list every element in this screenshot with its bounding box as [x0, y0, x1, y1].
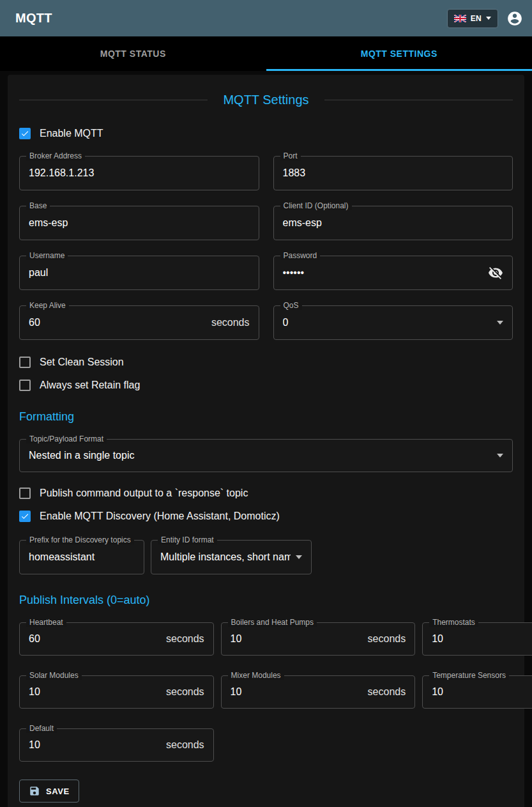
app-bar: MQTT EN	[0, 0, 532, 36]
field-suffix: seconds	[166, 686, 204, 698]
entity-id-format-select[interactable]: Entity ID format Multiple instances, sho…	[151, 540, 312, 574]
field-suffix: seconds	[166, 633, 204, 645]
tab-mqtt-settings[interactable]: MQTT SETTINGS	[266, 36, 532, 71]
toggle-password-visibility-button[interactable]	[488, 265, 503, 281]
checkbox-label: Publish command output to a `response` t…	[40, 488, 248, 499]
temperature-sensors-interval-field[interactable]: Temperature Sensors seconds	[422, 675, 532, 709]
client-id-field[interactable]: Client ID (Optional)	[273, 206, 513, 240]
mqtt-discovery-checkbox[interactable]: Enable MQTT Discovery (Home Assistant, D…	[19, 511, 513, 522]
connection-form: Broker Address Port Base Client ID (Opti…	[19, 156, 513, 340]
broker-address-input[interactable]	[29, 167, 250, 179]
entity-id-format-selected-value: Multiple instances, short name	[160, 551, 291, 563]
tab-mqtt-status[interactable]: MQTT STATUS	[0, 36, 266, 71]
checkbox-icon	[19, 128, 31, 139]
port-field[interactable]: Port	[273, 156, 513, 190]
solar-modules-interval-field[interactable]: Solar Modules seconds	[19, 675, 214, 709]
save-button[interactable]: SAVE	[19, 780, 79, 803]
check-icon	[20, 511, 29, 521]
checkbox-label: Enable MQTT	[40, 128, 103, 139]
heartbeat-interval-input[interactable]	[29, 633, 161, 645]
publish-intervals-grid: Heartbeat seconds Boilers and Heat Pumps…	[19, 622, 513, 762]
qos-selected-value: 0	[283, 317, 492, 328]
chevron-down-icon	[486, 17, 491, 20]
base-field[interactable]: Base	[19, 206, 259, 240]
temperature-sensors-interval-input[interactable]	[432, 686, 532, 698]
field-suffix: seconds	[211, 317, 250, 328]
field-label: Thermostats	[429, 619, 478, 627]
language-selector[interactable]: EN	[447, 9, 498, 28]
field-label: Entity ID format	[158, 536, 217, 544]
save-icon	[29, 785, 40, 797]
keep-alive-field[interactable]: Keep Alive seconds	[19, 305, 259, 340]
checkbox-icon	[19, 488, 31, 499]
username-input[interactable]	[29, 267, 250, 279]
field-label: Temperature Sensors	[429, 672, 509, 680]
dropdown-caret-icon	[497, 321, 503, 325]
checkbox-label: Always set Retain flag	[40, 380, 140, 391]
mixer-modules-interval-field[interactable]: Mixer Modules seconds	[221, 675, 416, 709]
visibility-off-icon	[488, 265, 503, 281]
broker-address-field[interactable]: Broker Address	[19, 156, 259, 190]
field-label: Boilers and Heat Pumps	[228, 619, 317, 627]
field-label: Broker Address	[26, 152, 85, 160]
divider-line	[324, 100, 513, 100]
password-field[interactable]: Password	[273, 256, 513, 290]
field-label: Password	[280, 252, 321, 260]
boilers-interval-field[interactable]: Boilers and Heat Pumps seconds	[221, 622, 416, 656]
solar-modules-interval-input[interactable]	[29, 686, 161, 698]
field-label: Port	[280, 152, 301, 160]
base-input[interactable]	[29, 217, 250, 229]
tab-bar: MQTT STATUS MQTT SETTINGS	[0, 36, 532, 71]
checkbox-label: Set Clean Session	[40, 357, 124, 368]
publish-response-checkbox[interactable]: Publish command output to a `response` t…	[19, 488, 513, 499]
field-suffix: seconds	[166, 739, 204, 751]
mixer-modules-interval-input[interactable]	[231, 686, 363, 698]
account-circle-icon	[506, 10, 523, 27]
field-suffix: seconds	[368, 686, 406, 698]
language-label: EN	[471, 14, 482, 23]
field-label: QoS	[280, 302, 302, 310]
field-label: Mixer Modules	[228, 672, 284, 680]
heartbeat-interval-field[interactable]: Heartbeat seconds	[19, 622, 214, 656]
checkbox-icon	[19, 511, 31, 522]
qos-select[interactable]: QoS 0	[273, 305, 513, 340]
port-input[interactable]	[283, 167, 504, 179]
check-icon	[20, 128, 29, 139]
thermostats-interval-field[interactable]: Thermostats seconds	[422, 622, 532, 656]
field-label: Heartbeat	[26, 619, 66, 627]
field-label: Prefix for the Discovery topics	[26, 536, 134, 544]
account-button[interactable]	[506, 10, 523, 27]
default-interval-input[interactable]	[29, 739, 161, 751]
field-label: Client ID (Optional)	[280, 202, 352, 210]
default-interval-field[interactable]: Default seconds	[19, 728, 214, 762]
clean-session-checkbox[interactable]: Set Clean Session	[19, 357, 513, 368]
discovery-options-row: Prefix for the Discovery topics Entity I…	[19, 540, 513, 574]
retain-flag-checkbox[interactable]: Always set Retain flag	[19, 380, 513, 391]
client-id-input[interactable]	[283, 217, 504, 229]
publish-intervals-section-header: Publish Intervals (0=auto)	[19, 594, 513, 607]
username-field[interactable]: Username	[19, 256, 259, 290]
field-label: Username	[26, 252, 68, 260]
app-title: MQTT	[15, 11, 447, 26]
field-label: Topic/Payload Format	[26, 435, 107, 443]
field-suffix: seconds	[368, 633, 406, 645]
checkbox-icon	[19, 380, 31, 391]
password-input[interactable]	[283, 267, 483, 279]
settings-card: MQTT Settings Enable MQTT Broker Address…	[8, 75, 524, 807]
field-label: Base	[26, 202, 50, 210]
discovery-prefix-field[interactable]: Prefix for the Discovery topics	[19, 540, 144, 574]
field-label: Keep Alive	[26, 302, 69, 310]
enable-mqtt-checkbox[interactable]: Enable MQTT	[19, 128, 513, 139]
topic-format-selected-value: Nested in a single topic	[29, 450, 492, 461]
formatting-section-header: Formatting	[19, 410, 513, 424]
topic-format-select[interactable]: Topic/Payload Format Nested in a single …	[19, 439, 513, 472]
checkbox-label: Enable MQTT Discovery (Home Assistant, D…	[40, 511, 280, 522]
page-title-row: MQTT Settings	[19, 93, 513, 107]
keep-alive-input[interactable]	[29, 317, 206, 328]
boilers-interval-input[interactable]	[231, 633, 363, 645]
page-title: MQTT Settings	[223, 93, 308, 107]
discovery-prefix-input[interactable]	[29, 551, 135, 563]
field-label: Default	[26, 725, 57, 733]
save-button-label: SAVE	[46, 787, 70, 796]
thermostats-interval-input[interactable]	[432, 633, 532, 645]
